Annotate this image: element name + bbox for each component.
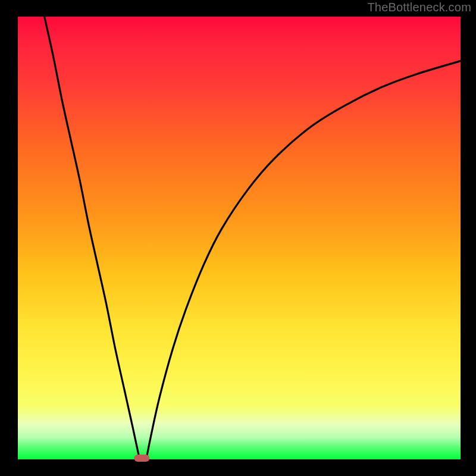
curve-left-branch bbox=[45, 17, 140, 459]
plot-overlay bbox=[18, 17, 461, 459]
watermark-text: TheBottleneck.com bbox=[367, 1, 471, 14]
min-marker-pill bbox=[134, 455, 149, 462]
chart-frame: TheBottleneck.com bbox=[0, 0, 476, 476]
curve-right-branch bbox=[146, 61, 461, 459]
